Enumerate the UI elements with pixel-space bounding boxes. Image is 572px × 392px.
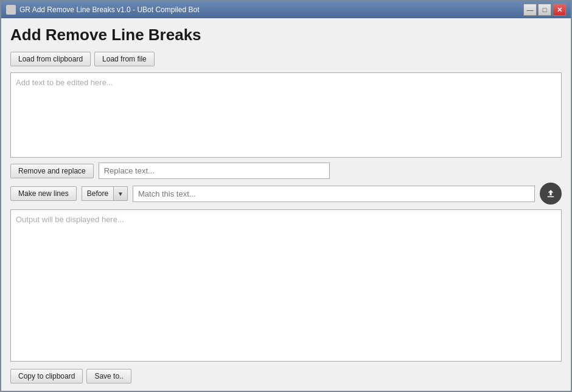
window-title: GR Add Remove Line Breaks v1.0 - UBot Co… [19,5,199,14]
maximize-button[interactable]: □ [538,4,551,16]
main-window: GR Add Remove Line Breaks v1.0 - UBot Co… [0,0,572,392]
controls-section: Remove and replace Make new lines Before… [10,163,562,205]
close-button[interactable]: ✕ [553,4,566,16]
upload-button[interactable] [540,183,562,205]
title-bar: GR Add Remove Line Breaks v1.0 - UBot Co… [1,1,571,18]
output-textarea[interactable] [10,209,562,362]
replace-input[interactable] [99,163,330,179]
before-label: Before [82,187,114,200]
remove-replace-button[interactable]: Remove and replace [10,164,94,178]
title-bar-left: GR Add Remove Line Breaks v1.0 - UBot Co… [6,5,199,15]
top-toolbar: Load from clipboard Load from file [10,52,562,66]
make-new-lines-row: Make new lines Before ▼ [10,183,562,205]
before-dropdown[interactable]: Before ▼ [82,186,128,201]
make-new-lines-button[interactable]: Make new lines [10,186,77,201]
window-controls: — □ ✕ [523,4,566,16]
window-icon [6,5,16,15]
match-input[interactable] [133,186,535,202]
input-textarea[interactable] [10,72,562,158]
remove-replace-row: Remove and replace [10,163,562,179]
load-clipboard-button[interactable]: Load from clipboard [10,52,91,66]
upload-icon [545,188,556,199]
app-title: Add Remove Line Breaks [10,26,562,44]
before-dropdown-arrow[interactable]: ▼ [114,187,127,200]
copy-clipboard-button[interactable]: Copy to clipboard [10,369,83,383]
load-file-button[interactable]: Load from file [94,52,155,66]
bottom-toolbar: Copy to clipboard Save to.. [10,369,562,383]
minimize-button[interactable]: — [523,4,537,16]
save-button[interactable]: Save to.. [86,369,131,383]
window-content: Add Remove Line Breaks Load from clipboa… [1,18,571,391]
